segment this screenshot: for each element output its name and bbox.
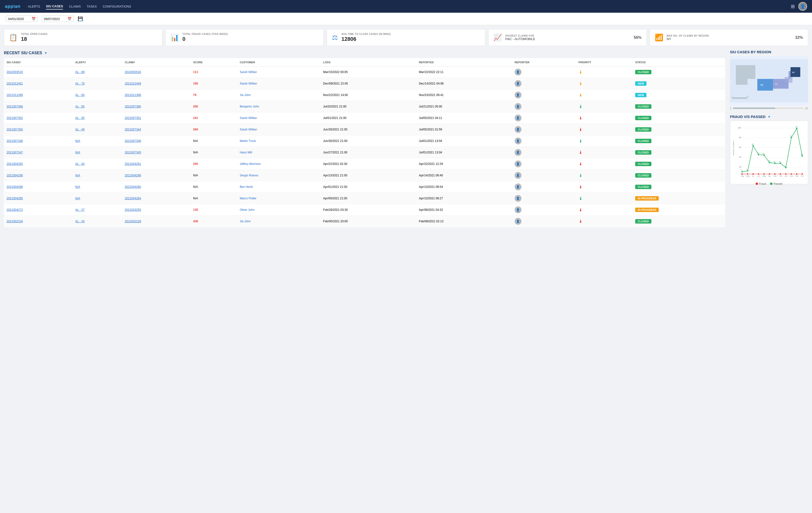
claim-link[interactable]: 2021004284 [125,197,141,200]
alert-link[interactable]: AL - 49 [75,128,85,131]
alert-link[interactable]: AL - 55 [75,105,85,108]
alert-link[interactable]: AL - 50 [75,116,85,120]
alert-link[interactable]: N/A [75,151,80,154]
customer-link[interactable]: Sarah Willian [240,82,257,85]
case-link[interactable]: 2021007350 [7,128,23,131]
case-link[interactable]: 2021004290 [7,174,23,177]
customer-link[interactable]: Sarah Willian [240,116,257,120]
claim-link[interactable]: 2021007346 [125,139,141,143]
save-icon[interactable]: 💾 [78,16,83,22]
case-number: 2021004272 [4,204,73,216]
status-badge: IN PROGRESS [635,208,659,212]
customer-link[interactable]: Sarah Willian [240,70,257,74]
customer-cell: Sarah Willian [237,112,321,124]
case-link[interactable]: 2021011399 [7,93,23,97]
nav-configurations[interactable]: CONFIGURATIONS [103,4,132,9]
alert-link[interactable]: N/A [75,139,80,143]
highest-claims-pct: 56% [634,35,642,40]
max-region-label: MAX NO. OF CLAIMS BY REGION [667,34,709,37]
alert-link[interactable]: AL - 37 [75,208,85,212]
fraud-chart-svg: 100 80 60 40 20 0 [733,124,805,180]
alert-link[interactable]: AL - 40 [75,162,85,166]
customer-link[interactable]: Jia John [240,93,251,97]
claim-link[interactable]: 2021003255 [125,208,141,212]
customer-link[interactable]: Haze Will [240,151,252,154]
chart-filter-icon[interactable]: ▼ [767,115,771,119]
case-link[interactable]: 2021007368 [7,105,23,108]
filter-icon[interactable]: ▼ [44,51,47,55]
customer-link[interactable]: Martin Truck [240,139,256,143]
case-number: 2021007348 [4,135,73,147]
user-avatar[interactable]: 👤 [798,2,807,11]
grid-icon[interactable]: ⊞ [791,3,795,9]
from-calendar-icon[interactable]: 📅 [31,17,36,21]
nav-tasks[interactable]: TASKS [87,4,97,9]
reported-cell: Apr/13/2021 08:27 [416,193,512,204]
alert-link[interactable]: N/A [75,185,80,189]
range-fill [733,107,775,109]
claim-link[interactable]: 2021007366 [125,105,141,108]
alert-number: N/A [73,170,122,181]
case-link[interactable]: 2021004272 [7,208,23,212]
case-link[interactable]: 2021004292 [7,162,23,166]
case-link[interactable]: 2021007352 [7,116,23,120]
alert-number: AL - 37 [73,204,122,216]
alert-link[interactable]: AL - 34 [75,220,85,223]
case-link[interactable]: 2022003519 [7,70,23,74]
score-value: 294 [193,128,198,131]
from-date-input[interactable]: 04/01/2020 [8,17,30,21]
case-number: 2021011399 [4,89,73,101]
status-badge: NEW [635,81,646,86]
to-calendar-icon[interactable]: 📅 [67,17,71,21]
customer-link[interactable]: Ben Herid [240,185,253,189]
reported-cell: Jul/05/2021 04:11 [416,112,512,124]
case-number: 2022003519 [4,66,73,78]
customer-link[interactable]: Jia John [240,220,251,223]
alert-link[interactable]: AL - 76 [75,82,85,85]
claim-number: 2021012449 [122,78,191,89]
svg-text:7: 7 [746,168,747,170]
alert-link[interactable]: AL - 89 [75,70,85,74]
claim-link[interactable]: 2021004288 [125,174,141,177]
nav-alerts[interactable]: ALERTS [28,4,40,9]
score-value: 241 [193,116,198,120]
claim-link[interactable]: 2021007344 [125,128,141,131]
score-cell: 438 [191,216,237,227]
alert-link[interactable]: N/A [75,197,80,200]
nav-claims[interactable]: CLAIMS [69,4,81,9]
reporter-cell: 👤 [512,147,576,158]
alert-link[interactable]: N/A [75,174,80,177]
claim-link[interactable]: 2021007351 [125,116,141,120]
score-value: 200 [193,162,198,166]
reporter-cell: 👤 [512,204,576,216]
case-link[interactable]: 2021004286 [7,185,23,189]
case-link[interactable]: 2021012451 [7,82,23,85]
claim-link[interactable]: 2021011398 [125,93,141,97]
case-link[interactable]: 2021007347 [7,151,23,154]
claim-link[interactable]: 2021004291 [125,162,141,166]
alert-link[interactable]: AL - 65 [75,93,85,97]
customer-link[interactable]: Benjamin John [240,105,259,108]
priority-icon: 🌡 [579,173,583,178]
customer-link[interactable]: Sergio Ramos [240,174,258,177]
status-cell: IN PROGRESS [633,204,725,216]
svg-text:Jan: Jan [784,175,787,177]
table-header: SIU CASE# ALERT# CLAIM# SCORE CUSTOMER L… [4,58,725,66]
nav-items: ALERTS SIU CASES CLAIMS TASKS CONFIGURAT… [28,3,783,9]
claim-link[interactable]: 2021007345 [125,151,141,154]
customer-cell: Marco Potter [237,193,321,204]
customer-link[interactable]: Marco Potter [240,197,257,200]
claim-link[interactable]: 2021002228 [125,220,141,223]
claim-link[interactable]: 2021004280 [125,185,141,189]
svg-text:41: 41 [763,153,765,155]
customer-link[interactable]: Jeffery Morrison [240,162,261,166]
nav-siu-cases[interactable]: SIU CASES [46,3,63,9]
case-link[interactable]: 2021007348 [7,139,23,143]
claim-link[interactable]: 2021012449 [125,82,141,85]
case-link[interactable]: 2021002234 [7,220,23,223]
to-date-input[interactable]: 09/07/2022 [44,17,66,21]
customer-link[interactable]: Sarah Willian [240,128,257,131]
claim-link[interactable]: 2022003516 [125,70,141,74]
customer-link[interactable]: Oliver John [240,208,255,212]
case-link[interactable]: 2021004285 [7,197,23,200]
